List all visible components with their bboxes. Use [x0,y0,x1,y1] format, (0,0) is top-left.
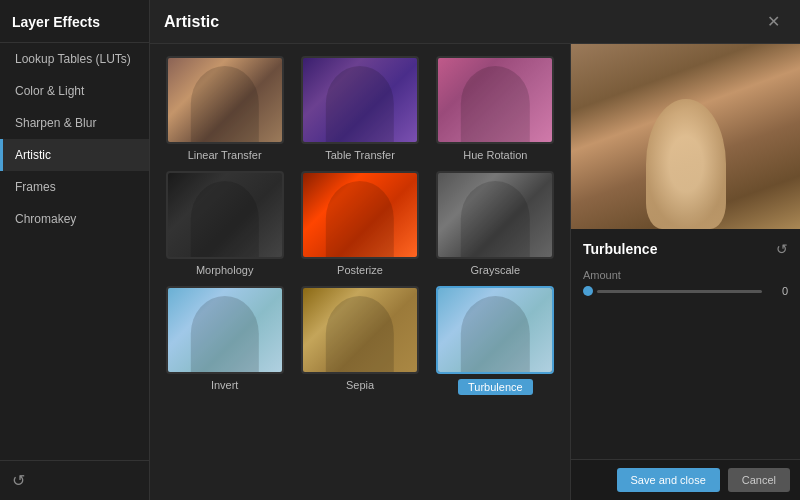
effect-label-turbulence: Turbulence [458,379,533,395]
effect-thumb-grayscale [436,171,554,259]
effect-item-linear-transfer[interactable]: Linear Transfer [162,56,287,161]
slider-dot [583,286,593,296]
reset-icon[interactable]: ↺ [12,471,25,490]
thumb-inner-morphology [168,173,282,257]
thumb-inner-invert [168,288,282,372]
effect-item-morphology[interactable]: Morphology [162,171,287,276]
effect-thumb-hue-rotation [436,56,554,144]
figure-morphology [190,181,258,257]
thumb-inner-table-transfer [303,58,417,142]
sidebar-item-color-light[interactable]: Color & Light [0,75,149,107]
main-content: Artistic ✕ Linear TransferTable Transfer… [150,0,800,500]
sidebar-item-sharpen[interactable]: Sharpen & Blur [0,107,149,139]
figure-posterize [326,181,394,257]
save-close-button[interactable]: Save and close [617,468,720,492]
effect-label-linear-transfer: Linear Transfer [188,149,262,161]
preview-area [571,44,800,229]
effect-thumb-morphology [166,171,284,259]
effect-thumb-invert [166,286,284,374]
amount-value: 0 [768,285,788,297]
bottom-bar: Save and close Cancel [571,459,800,500]
amount-label: Amount [583,269,788,281]
close-button[interactable]: ✕ [761,10,786,33]
effect-item-table-transfer[interactable]: Table Transfer [297,56,422,161]
effect-label-table-transfer: Table Transfer [325,149,395,161]
effect-thumb-linear-transfer [166,56,284,144]
effect-item-grayscale[interactable]: Grayscale [433,171,558,276]
effects-grid: Linear TransferTable TransferHue Rotatio… [162,56,558,395]
effect-thumb-table-transfer [301,56,419,144]
effect-thumb-sepia [301,286,419,374]
figure-table-transfer [326,66,394,142]
figure-grayscale [461,181,529,257]
figure-sepia [326,296,394,372]
effect-item-hue-rotation[interactable]: Hue Rotation [433,56,558,161]
effect-label-morphology: Morphology [196,264,253,276]
figure-hue-rotation [461,66,529,142]
section-title: Artistic [164,13,219,31]
effect-name-row: Turbulence ↺ [583,241,788,257]
effect-label-posterize: Posterize [337,264,383,276]
preview-background [571,44,800,229]
thumb-inner-sepia [303,288,417,372]
sidebar-bottom: ↺ [0,460,149,500]
app-container: Layer Effects Lookup Tables (LUTs)Color … [0,0,800,500]
preview-figure [646,99,726,229]
thumb-inner-grayscale [438,173,552,257]
sidebar-item-artistic[interactable]: Artistic [0,139,149,171]
right-panel: Turbulence ↺ Amount 0 Save and close [570,44,800,500]
grid-panel: Linear TransferTable TransferHue Rotatio… [150,44,570,500]
cancel-button[interactable]: Cancel [728,468,790,492]
effect-controls: Turbulence ↺ Amount 0 [571,229,800,309]
active-effect-name: Turbulence [583,241,657,257]
amount-slider-row: 0 [583,285,788,297]
thumb-inner-turbulence [438,288,552,372]
header-bar: Artistic ✕ [150,0,800,44]
effect-item-turbulence[interactable]: Turbulence [433,286,558,395]
sidebar-nav: Lookup Tables (LUTs)Color & LightSharpen… [0,43,149,235]
figure-turbulence [461,296,529,372]
effect-label-invert: Invert [211,379,239,391]
figure-invert [190,296,258,372]
effect-label-sepia: Sepia [346,379,374,391]
thumb-inner-posterize [303,173,417,257]
effect-thumb-turbulence [436,286,554,374]
slider-container [583,286,762,296]
sidebar: Layer Effects Lookup Tables (LUTs)Color … [0,0,150,500]
effect-label-hue-rotation: Hue Rotation [463,149,527,161]
effect-item-posterize[interactable]: Posterize [297,171,422,276]
refresh-icon[interactable]: ↺ [776,241,788,257]
effect-label-grayscale: Grayscale [471,264,521,276]
effect-item-invert[interactable]: Invert [162,286,287,395]
sidebar-item-lookup[interactable]: Lookup Tables (LUTs) [0,43,149,75]
amount-slider[interactable] [597,290,762,293]
sidebar-item-frames[interactable]: Frames [0,171,149,203]
figure-linear-transfer [190,66,258,142]
thumb-inner-linear-transfer [168,58,282,142]
sidebar-item-chromakey[interactable]: Chromakey [0,203,149,235]
thumb-inner-hue-rotation [438,58,552,142]
effect-thumb-posterize [301,171,419,259]
sidebar-title: Layer Effects [0,0,149,43]
content-area: Linear TransferTable TransferHue Rotatio… [150,44,800,500]
effect-item-sepia[interactable]: Sepia [297,286,422,395]
